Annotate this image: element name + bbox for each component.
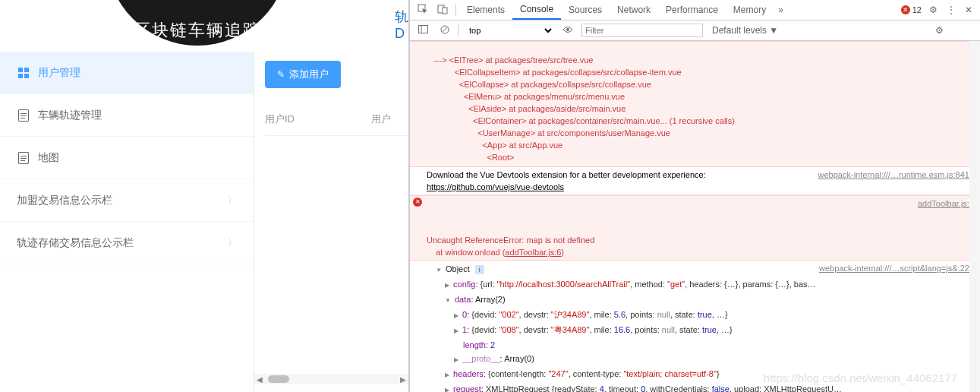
- eye-icon[interactable]: [559, 25, 577, 36]
- tab-performance[interactable]: Performance: [658, 1, 726, 19]
- sidebar-item-label: 轨迹存储交易信息公示栏: [17, 236, 134, 250]
- sidebar: 用户管理 车辆轨迹管理 地图 加盟交易信息公示栏 〉 轨迹存储交易信息公示栏 〉: [0, 52, 254, 392]
- source-link[interactable]: webpack-internal:///…script&lang=js&:227: [819, 262, 974, 274]
- more-tabs-icon[interactable]: »: [774, 5, 788, 15]
- table-header: 用户ID 用户: [265, 103, 408, 136]
- stack-line: <App> at src/App.vue: [427, 141, 562, 150]
- obj-config[interactable]: config: {url: "http://localhost:3000/sea…: [427, 277, 977, 292]
- filter-input[interactable]: [581, 24, 703, 37]
- column-user-id: 用户ID: [265, 112, 371, 126]
- svg-rect-3: [419, 26, 428, 33]
- inspect-icon[interactable]: [413, 4, 433, 17]
- logo-text: 区块链车辆追踪: [134, 19, 261, 42]
- stack-line: ---> <ElTree> at packages/tree/src/tree.…: [427, 55, 593, 65]
- edit-icon: ✎: [277, 69, 285, 80]
- expand-arrow-icon[interactable]: [445, 280, 449, 289]
- svg-point-7: [566, 28, 569, 31]
- sidebar-item-jiameng[interactable]: 加盟交易信息公示栏 〉: [0, 179, 254, 222]
- stack-line: <ElContainer> at packages/container/src/…: [427, 116, 735, 125]
- error-badge[interactable]: ✕ 12: [898, 5, 925, 14]
- settings-icon[interactable]: ⚙: [925, 5, 942, 15]
- tab-elements[interactable]: Elements: [459, 1, 512, 19]
- stack-line: <UserManage> at src/components/userManag…: [427, 128, 670, 138]
- expand-arrow-icon[interactable]: [454, 310, 458, 319]
- kebab-icon[interactable]: ⋮: [942, 5, 960, 15]
- sidebar-item-guiji[interactable]: 轨迹存储交易信息公示栏 〉: [0, 222, 254, 264]
- obj-data-0[interactable]: 0: {devid: "002", devstr: "沪34A89", mile…: [427, 308, 977, 323]
- obj-data-1[interactable]: 1: {devid: "008", devstr: "粤34A89", mile…: [427, 323, 977, 338]
- add-user-button[interactable]: ✎ 添加用户: [265, 61, 341, 88]
- source-link[interactable]: webpack-internal:///…runtime.esm.js:8418: [818, 169, 974, 181]
- devtools-panel: Elements Console Sources Network Perform…: [409, 0, 980, 392]
- app-panel: 区块链车辆追踪 轨 D 用户管理 车辆轨迹管理 地图 加盟交易信息公示栏 〉: [0, 0, 409, 392]
- obj-data-proto[interactable]: __proto__: Array(0): [427, 352, 977, 367]
- logo-area: 区块链车辆追踪: [106, 0, 288, 52]
- scroll-right-icon[interactable]: ▶: [398, 375, 408, 384]
- app-header: 区块链车辆追踪 轨 D: [0, 0, 408, 52]
- device-toggle-icon[interactable]: [433, 4, 452, 17]
- expand-arrow-icon[interactable]: [454, 354, 458, 363]
- sidebar-item-label: 地图: [38, 151, 59, 165]
- watermark: https://blog.csdn.net/weixin_44062177: [764, 371, 957, 384]
- stack-line: <ElCollapseItem> at packages/collapse/sr…: [427, 68, 682, 77]
- obj-data-length: length: 2: [427, 338, 977, 352]
- close-icon[interactable]: ✕: [960, 5, 977, 15]
- logo: 区块链车辆追踪: [106, 0, 288, 46]
- clear-console-icon[interactable]: [436, 25, 453, 36]
- console-devtools-hint: webpack-internal:///…runtime.esm.js:8418…: [410, 167, 980, 195]
- document-icon: [17, 151, 30, 165]
- tab-console[interactable]: Console: [512, 0, 561, 20]
- sidebar-item-label: 车辆轨迹管理: [38, 109, 102, 122]
- scroll-left-icon[interactable]: ◀: [254, 375, 265, 384]
- error-icon: ✕: [413, 198, 422, 207]
- app-body: 用户管理 车辆轨迹管理 地图 加盟交易信息公示栏 〉 轨迹存储交易信息公示栏 〉…: [0, 52, 408, 392]
- expand-arrow-icon[interactable]: [445, 369, 449, 378]
- button-label: 添加用户: [289, 68, 329, 81]
- stack-line: <ElMenu> at packages/menu/src/menu.vue: [427, 92, 625, 101]
- svg-line-6: [443, 27, 448, 32]
- expand-arrow-icon[interactable]: [454, 325, 458, 334]
- source-link[interactable]: addToolbar.js:6: [918, 198, 974, 210]
- console-reference-error: ✕ addToolbar.js:6 Uncaught ReferenceErro…: [410, 195, 980, 261]
- context-selector[interactable]: top: [463, 24, 554, 37]
- error-count: 12: [912, 5, 922, 14]
- stack-line: <ElCollapse> at packages/collapse/src/co…: [427, 80, 651, 89]
- devtools-toolbar: Elements Console Sources Network Perform…: [410, 0, 980, 21]
- stack-line: <ElAside> at packages/aside/src/main.vue: [427, 104, 625, 113]
- scroll-thumb[interactable]: [268, 375, 289, 383]
- expand-arrow-icon[interactable]: [445, 384, 449, 392]
- vertical-scrollbar[interactable]: [969, 41, 980, 392]
- sidebar-item-label: 加盟交易信息公示栏: [17, 194, 112, 207]
- chevron-right-icon: 〉: [228, 194, 237, 207]
- error-dot-icon: ✕: [901, 5, 910, 14]
- sidebar-item-label: 用户管理: [38, 66, 80, 80]
- obj-data[interactable]: data: Array(2): [427, 292, 977, 308]
- console-settings-icon[interactable]: ⚙: [931, 25, 947, 36]
- svg-rect-2: [443, 8, 447, 14]
- horizontal-scrollbar[interactable]: ◀ ▶: [254, 374, 408, 384]
- document-icon: [17, 109, 30, 122]
- sidebar-toggle-icon[interactable]: [414, 25, 432, 36]
- header-partial-text: 轨 D: [395, 8, 408, 42]
- grid-icon: [17, 66, 30, 80]
- tab-memory[interactable]: Memory: [726, 1, 774, 19]
- expand-arrow-icon[interactable]: [436, 264, 442, 273]
- tab-sources[interactable]: Sources: [561, 1, 610, 19]
- chevron-right-icon: 〉: [228, 236, 237, 249]
- vue-devtools-link[interactable]: https://github.com/vuejs/vue-devtools: [427, 182, 564, 191]
- column-user: 用户: [371, 112, 391, 126]
- content-area: ✎ 添加用户 用户ID 用户 ◀ ▶: [254, 52, 408, 392]
- sidebar-item-user-manage[interactable]: 用户管理: [0, 52, 254, 94]
- log-levels[interactable]: Default levels ▼: [712, 25, 778, 36]
- error-source-link[interactable]: addToolbar.js:6: [505, 248, 561, 257]
- sidebar-item-vehicle-track[interactable]: 车辆轨迹管理: [0, 94, 254, 137]
- tab-network[interactable]: Network: [610, 1, 658, 19]
- expand-arrow-icon[interactable]: [445, 295, 451, 304]
- console-output: ---> <ElTree> at packages/tree/src/tree.…: [410, 41, 980, 392]
- sidebar-item-map[interactable]: 地图: [0, 137, 254, 179]
- console-error-stack: ---> <ElTree> at packages/tree/src/tree.…: [410, 41, 980, 167]
- info-icon[interactable]: i: [475, 265, 484, 274]
- console-subbar: top Default levels ▼ ⚙: [410, 21, 980, 41]
- stack-line: <Root>: [427, 153, 515, 162]
